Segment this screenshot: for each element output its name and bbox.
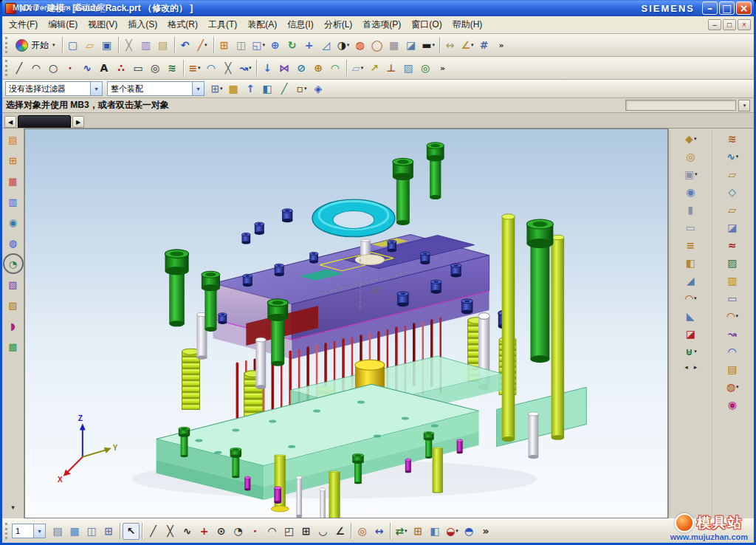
measure-icon[interactable]: ∠▾ (459, 37, 476, 54)
shell-icon[interactable]: ◧ (670, 254, 712, 272)
wireframe-icon[interactable]: ◯ (369, 37, 386, 54)
studio-surface-icon[interactable]: ◠▾ (712, 307, 754, 325)
snap-existing-point-icon[interactable]: ∙ (247, 523, 264, 540)
fit-view-icon[interactable]: ⊞ (216, 37, 233, 54)
menu-tools[interactable]: 工具(T) (203, 16, 242, 33)
view-layout-icon[interactable]: ◫ (83, 523, 100, 540)
up-one-level-icon[interactable]: ↑ (242, 80, 259, 97)
history-palette-icon[interactable]: ◔ (4, 255, 22, 272)
menu-format[interactable]: 格式(R) (162, 16, 203, 33)
copy-icon[interactable]: ▥ (138, 37, 155, 54)
menu-analysis[interactable]: 分析(L) (319, 16, 358, 33)
revolve-icon[interactable]: ◎ (670, 148, 712, 165)
face-analysis-icon[interactable]: ◍ (352, 37, 369, 54)
edge-blend-icon[interactable]: ◠▾ (670, 289, 712, 307)
curve-length-icon[interactable]: ↝▾ (237, 60, 254, 77)
ellipse-icon[interactable]: ◎ (147, 60, 164, 77)
edit-object-display-icon[interactable]: ◧ (427, 523, 444, 540)
snap-endpoint-icon[interactable]: ╱ (145, 523, 162, 540)
raster-image-icon[interactable]: ▨ (400, 60, 417, 77)
point-set-icon[interactable]: ∴ (113, 60, 130, 77)
helix-icon[interactable]: ≋ (164, 60, 181, 77)
extrude-icon[interactable]: ◆▾ (670, 130, 712, 148)
system-scenes-icon[interactable]: ▩ (4, 337, 22, 355)
toolbar-overflow-button[interactable]: » (493, 37, 510, 54)
toolbar-grip[interactable] (5, 60, 8, 76)
book-catalog-icon[interactable]: ▤ (712, 360, 754, 378)
ruled-surface-icon[interactable]: ▱ (712, 165, 754, 183)
overflow-more-icon[interactable]: » (478, 523, 495, 540)
move-object-icon[interactable]: ⇄▾ (393, 523, 410, 540)
snap-arc-center-icon[interactable]: ⊙ (213, 523, 230, 540)
rectangle-icon[interactable]: ▭ (130, 60, 147, 77)
toolbar-overflow-button[interactable]: » (434, 60, 451, 77)
graphics-window[interactable]: XC Z Y X (24, 128, 668, 518)
resource-scroll-button[interactable]: ▾ (4, 498, 22, 516)
thicken-icon[interactable]: ▥ (712, 272, 754, 289)
line-icon[interactable]: ╱ (11, 60, 28, 77)
style-sweep-icon[interactable]: ↝ (712, 325, 754, 343)
intersect-curve-icon[interactable]: ⋈ (276, 60, 293, 77)
start-menu-button[interactable]: 开始 ▾ (11, 37, 60, 54)
boss-icon[interactable]: ▮ (670, 201, 712, 219)
zoom-in-icon[interactable]: ⊕ (267, 37, 284, 54)
chevron-down-icon[interactable]: ▾ (90, 82, 102, 95)
filter-edge-icon[interactable]: ╱ (276, 80, 293, 97)
patch-icon[interactable]: ▨ (712, 254, 754, 272)
save-icon[interactable]: ▣ (99, 37, 116, 54)
window-layout-icon[interactable]: ◫ (233, 37, 250, 54)
offset-surface-icon[interactable]: ▱ (712, 201, 754, 219)
tab-back-button[interactable]: ◀ (4, 116, 16, 128)
maximize-button[interactable]: □ (719, 1, 735, 15)
grid-display-icon[interactable]: ⊞ (100, 523, 117, 540)
bridge-surface-icon[interactable]: ◠ (712, 343, 754, 360)
menu-help[interactable]: 帮助(H) (447, 16, 488, 33)
locating-ring[interactable] (312, 199, 395, 236)
chevron-down-icon[interactable]: ▾ (33, 524, 45, 538)
layer-visible-icon[interactable]: ▤ (49, 523, 66, 540)
wcs-cube-icon[interactable]: ◈ (310, 80, 327, 97)
sew-icon[interactable]: ≈ (712, 236, 754, 254)
menu-window[interactable]: 窗口(O) (406, 16, 447, 33)
scroll-left-icon[interactable]: ◂ (684, 363, 688, 371)
menu-edit[interactable]: 编辑(E) (43, 16, 83, 33)
draft-icon[interactable]: ◢ (670, 272, 712, 289)
zoom-window-icon[interactable]: ◱▾ (250, 37, 267, 54)
snap-control-point-icon[interactable]: ∿ (179, 523, 196, 540)
text-curve-icon[interactable]: A (96, 60, 113, 77)
show-hide-object-icon[interactable]: ◒▾ (444, 523, 461, 540)
menu-assemblies[interactable]: 装配(A) (242, 16, 282, 33)
undo-icon[interactable]: ↶ (177, 37, 194, 54)
tab-forward-button[interactable]: ▶ (72, 116, 84, 128)
selection-pen-icon[interactable]: ╱▾ (194, 37, 211, 54)
cut-icon[interactable]: ╳ (121, 37, 138, 54)
menu-preferences[interactable]: 首选项(P) (357, 16, 406, 33)
datum-plane-icon[interactable]: ▱▾ (349, 60, 366, 77)
project-curve-icon[interactable]: ↓ (259, 60, 276, 77)
wcs-dynamics-icon[interactable]: ◎ (354, 523, 371, 540)
pocket-icon[interactable]: ▭ (670, 219, 712, 236)
bridge-curve-icon[interactable]: ◠ (203, 60, 220, 77)
layer-settings-icon[interactable]: ▦ (66, 523, 83, 540)
hole-icon[interactable]: ◉ (670, 183, 712, 201)
snap-quadrant-icon[interactable]: ◔ (230, 523, 247, 540)
menu-view[interactable]: 视图(V) (83, 16, 123, 33)
hd3d-tool-icon[interactable]: ◉ (4, 213, 22, 231)
child-restore-button[interactable]: □ (723, 19, 736, 30)
swept-icon[interactable]: ∿▾ (712, 148, 754, 165)
constraint-navigator-icon[interactable]: ⊞ (4, 151, 22, 169)
toolbar-grip[interactable] (5, 37, 8, 53)
menu-information[interactable]: 信息(I) (282, 16, 318, 33)
snap-point-on-face-icon[interactable]: ◰ (281, 523, 298, 540)
cue-options-button[interactable]: ▾ (738, 100, 750, 112)
snap-toggle-icon[interactable]: # (476, 37, 493, 54)
circle-icon[interactable]: ○ (45, 60, 62, 77)
analysis-icon[interactable]: ◍▾ (712, 378, 754, 396)
process-studio-icon[interactable]: ▧ (4, 275, 22, 293)
block-icon[interactable]: ▣▾ (670, 165, 712, 183)
section-curve-icon[interactable]: ⊘ (293, 60, 310, 77)
work-layer-combo[interactable]: 1 ▾ (12, 524, 46, 538)
datum-axis-icon[interactable]: ↗ (366, 60, 383, 77)
wrap-curve-icon[interactable]: ◠ (327, 60, 344, 77)
viewport-3d-canvas[interactable]: XC Z Y X (25, 129, 667, 518)
